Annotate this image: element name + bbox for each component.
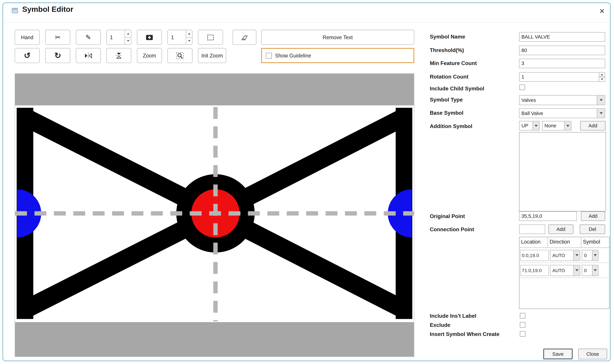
marquee-select-button[interactable] (198, 30, 223, 45)
rotation-count-spinner (599, 73, 605, 81)
direction-value: AUTO (550, 268, 574, 273)
spinner-down-button[interactable] (125, 37, 131, 44)
table-cell-location[interactable]: 0.0,19.0 (520, 250, 549, 261)
scissors-icon: ✂ (55, 34, 61, 41)
include-child-symbol-checkbox[interactable] (520, 84, 525, 90)
hand-tool-button[interactable]: Hand (15, 30, 40, 45)
hand-tool-label: Hand (21, 34, 33, 40)
show-guideline-label: Show Guideline (275, 52, 311, 58)
addition-symbol-label: Addition Symbol (430, 123, 472, 129)
close-button[interactable]: Close (578, 349, 607, 359)
addition-symbol-add-button[interactable]: Add (580, 121, 606, 130)
spinner-down-button[interactable] (599, 77, 605, 81)
spinner-down-button[interactable] (186, 37, 192, 44)
addition-symbol-type-dropdown[interactable]: None (542, 121, 571, 130)
zoom-region-icon (176, 52, 184, 59)
symbol-bitmap-view (15, 74, 414, 357)
spinner-up-icon (601, 74, 603, 75)
connection-point-table[interactable]: Location Direction Symbol 0.0,19.0 AUTO … (519, 237, 609, 309)
table-cell-location[interactable]: 71.0,19.0 (520, 265, 549, 276)
dropdown-arrow-button[interactable] (592, 250, 598, 260)
include-child-symbol-label: Include Child Symbol (430, 86, 484, 91)
symbol-name-input[interactable] (519, 32, 605, 41)
spinner-up-button[interactable] (599, 73, 605, 77)
chevron-down-icon (575, 254, 578, 256)
original-point-label: Original Point (430, 213, 465, 219)
min-feature-count-label: Min Feature Count (430, 60, 477, 66)
window-close-button[interactable]: ✕ (597, 6, 607, 16)
titlebar-divider (3, 22, 610, 23)
redo-button[interactable]: ↻ (45, 48, 70, 63)
window-title: Symbol Editor (22, 5, 73, 14)
table-header-direction: Direction (548, 237, 581, 247)
dropdown-arrow-button[interactable] (597, 96, 605, 105)
remove-text-label: Remove Text (323, 34, 353, 40)
flip-vertical-button[interactable] (106, 48, 131, 63)
rotation-count-input[interactable] (519, 72, 605, 82)
pen-width-spinner[interactable]: 1 (106, 30, 131, 45)
dropdown-arrow-button[interactable] (574, 250, 580, 260)
dropdown-arrow-button[interactable] (564, 121, 571, 130)
addition-symbol-direction-value: UP (520, 123, 533, 129)
erase-width-spinner[interactable]: 1 (167, 30, 192, 45)
exclude-checkbox[interactable] (520, 322, 525, 328)
min-feature-count-input[interactable] (519, 59, 605, 68)
table-cell-direction-dropdown[interactable]: AUTO (550, 250, 580, 261)
symbol-name-label: Symbol Name (430, 34, 465, 40)
table-cell-symbol-dropdown[interactable]: 0 (582, 250, 599, 261)
pen-width-spin-buttons (125, 30, 131, 44)
connection-point-add-button[interactable]: Add (548, 224, 574, 234)
symbol-value: 0 (582, 268, 592, 273)
threshold-input[interactable] (519, 46, 605, 55)
table-row[interactable]: 71.0,19.0 AUTO 0 (520, 263, 609, 278)
insert-symbol-when-create-checkbox[interactable] (520, 331, 525, 337)
symbol-canvas[interactable] (15, 73, 414, 357)
table-row[interactable]: 0.0,19.0 AUTO 0 (520, 248, 609, 263)
base-symbol-dropdown[interactable]: Ball Valve (519, 108, 605, 118)
direction-value: AUTO (550, 253, 574, 258)
undo-button[interactable]: ↺ (15, 48, 40, 63)
addition-symbol-direction-dropdown[interactable]: UP (519, 121, 540, 130)
dropdown-arrow-button[interactable] (592, 265, 598, 275)
save-button[interactable]: Save (543, 349, 573, 359)
spinner-up-button[interactable] (186, 30, 192, 37)
original-point-input[interactable] (519, 211, 577, 221)
addition-symbol-list[interactable] (519, 132, 606, 211)
eraser-button[interactable] (233, 30, 256, 45)
show-guideline-checkbox[interactable] (266, 52, 272, 58)
chevron-down-icon (575, 269, 578, 271)
dropdown-arrow-button[interactable] (574, 265, 580, 275)
include-inst-label-checkbox[interactable] (520, 313, 525, 319)
dropdown-arrow-button[interactable] (597, 109, 605, 118)
spinner-up-icon (188, 33, 190, 34)
connection-point-del-button[interactable]: Del (580, 224, 605, 234)
chevron-down-icon (566, 125, 570, 127)
chevron-down-icon (534, 125, 538, 127)
pencil-tool-button[interactable]: ✎ (76, 30, 101, 45)
eraser-icon (240, 34, 249, 41)
spinner-up-icon (127, 33, 129, 34)
symbol-type-dropdown[interactable]: Valves (519, 95, 605, 105)
spinner-down-icon (601, 78, 603, 80)
dropdown-arrow-button[interactable] (533, 121, 539, 130)
spinner-down-icon (188, 40, 190, 42)
chevron-down-icon (594, 269, 597, 271)
chevron-down-icon (600, 112, 603, 114)
flip-horizontal-button[interactable] (76, 48, 101, 63)
chevron-down-icon (594, 254, 597, 256)
table-cell-symbol-dropdown[interactable]: 0 (582, 265, 599, 276)
cut-button[interactable]: ✂ (45, 30, 70, 45)
connection-point-input[interactable] (519, 224, 545, 234)
remove-text-button[interactable]: Remove Text (261, 30, 414, 45)
table-cell-direction-dropdown[interactable]: AUTO (550, 265, 580, 276)
threshold-label: Threshold(%) (430, 47, 464, 53)
connection-point-label: Connection Point (430, 226, 474, 233)
table-header-location: Location (520, 237, 548, 247)
chevron-down-icon (600, 99, 603, 101)
zoom-button[interactable]: Zoom (137, 48, 162, 63)
zoom-region-button[interactable] (167, 48, 192, 63)
init-zoom-button[interactable]: Init Zoom (198, 48, 226, 63)
original-point-add-button[interactable]: Add (581, 211, 605, 221)
spinner-up-button[interactable] (125, 30, 131, 37)
fill-tool-button[interactable] (137, 30, 162, 45)
